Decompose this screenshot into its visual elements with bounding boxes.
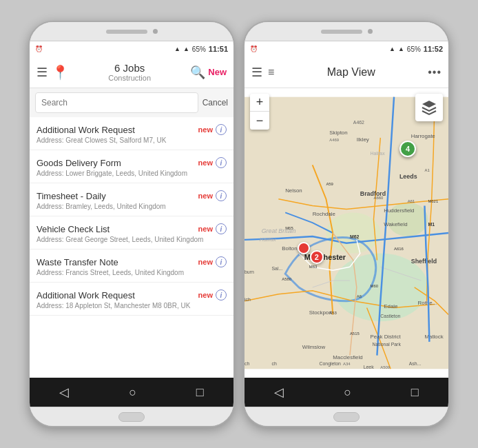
- phone-top-2: [245, 22, 448, 41]
- red-dot: [298, 242, 310, 254]
- svg-text:ich: ich: [245, 297, 251, 302]
- pin-icon-1[interactable]: 📍: [52, 64, 69, 81]
- cancel-button-1[interactable]: Cancel: [202, 98, 228, 108]
- svg-text:A1: A1: [424, 168, 429, 172]
- camera-2: [368, 29, 373, 34]
- job-item-header-5: Waste Transfer Note new i: [37, 256, 227, 267]
- status-bar-1: ⏰ ▲ ▲ 65% 11:51: [30, 41, 233, 57]
- svg-text:M1: M1: [428, 222, 435, 227]
- new-badge-3: new: [198, 192, 213, 200]
- svg-text:Nelson: Nelson: [285, 187, 302, 194]
- new-badge-6: new: [198, 291, 213, 299]
- layer-button[interactable]: [415, 94, 443, 121]
- status-battery-2: 65%: [407, 45, 421, 53]
- new-button[interactable]: New: [208, 67, 227, 77]
- svg-text:M60: M60: [371, 284, 379, 288]
- map-nav-bar: ☰ ≡ Map View •••: [245, 57, 448, 88]
- back-button-1[interactable]: ◁: [59, 385, 69, 400]
- status-time-1: 11:51: [209, 45, 228, 53]
- speaker-1: [106, 30, 147, 34]
- job-item-header-3: Timesheet - Daily new i: [37, 190, 227, 201]
- svg-text:Harrogate: Harrogate: [411, 133, 436, 139]
- status-signal-1: ▲: [174, 45, 180, 52]
- physical-home-1: [118, 412, 145, 422]
- svg-text:A580: A580: [282, 277, 292, 281]
- map-marker-green[interactable]: 4: [399, 141, 416, 157]
- svg-text:M621: M621: [428, 199, 438, 203]
- recent-button-1[interactable]: □: [196, 385, 204, 400]
- screen-2: ☰ ≡ Map View •••: [245, 57, 448, 407]
- svg-text:Wilmslow: Wilmslow: [302, 344, 326, 350]
- job-badge-3: new i: [198, 190, 227, 201]
- map-container[interactable]: M62 M63 M65 M60 A580 A6 A616 A53 A515 A5…: [245, 88, 448, 378]
- info-icon-3[interactable]: i: [216, 190, 227, 201]
- job-item-5[interactable]: Waste Transfer Note new i Address: Franc…: [30, 250, 233, 283]
- phone-bottom-1: [30, 407, 233, 426]
- svg-text:Rochdale: Rochdale: [313, 211, 336, 217]
- job-badge-6: new i: [198, 289, 227, 301]
- home-button-2[interactable]: ○: [344, 385, 351, 400]
- svg-text:A469: A469: [329, 138, 339, 142]
- job-title-1: Additional Work Request: [37, 125, 135, 135]
- job-item-4[interactable]: Vehicle Check List new i Address: Great …: [30, 216, 233, 250]
- job-item-1[interactable]: Additional Work Request new i Address: G…: [30, 117, 233, 150]
- zoom-in-button[interactable]: +: [250, 94, 269, 112]
- svg-text:burn: burn: [245, 269, 254, 274]
- job-item-header-2: Goods Delivery Form new i: [37, 157, 227, 168]
- svg-text:Great Britain: Great Britain: [262, 227, 296, 234]
- camera-1: [153, 29, 158, 34]
- map-svg: M62 M63 M65 M60 A580 A6 A616 A53 A515 A5…: [245, 88, 448, 378]
- more-icon[interactable]: •••: [428, 66, 441, 79]
- info-icon-2[interactable]: i: [216, 157, 227, 168]
- job-item-2[interactable]: Goods Delivery Form new i Address: Lower…: [30, 150, 233, 183]
- info-icon-6[interactable]: i: [216, 289, 227, 301]
- job-address-3: Address: Bramley, Leeds, United Kingdom: [37, 203, 227, 210]
- map-marker-red[interactable]: [298, 242, 310, 254]
- search-bar-1: Cancel: [30, 88, 233, 117]
- map-zoom-controls: + −: [250, 94, 269, 130]
- home-button-1[interactable]: ○: [129, 385, 136, 400]
- job-title-5: Waste Transfer Note: [37, 257, 118, 267]
- search-icon-1[interactable]: 🔍: [190, 65, 205, 80]
- svg-text:A61: A61: [408, 199, 415, 203]
- menu-icon-1[interactable]: ☰: [37, 65, 48, 80]
- new-badge-2: new: [198, 159, 213, 167]
- job-item-header-4: Vehicle Check List new i: [37, 223, 227, 234]
- info-icon-4[interactable]: i: [216, 223, 227, 234]
- svg-text:A509: A509: [380, 365, 390, 369]
- recent-button-2[interactable]: □: [411, 385, 419, 400]
- zoom-out-button[interactable]: −: [250, 112, 269, 130]
- search-input-1[interactable]: [35, 92, 198, 113]
- svg-text:Bolton: Bolton: [282, 245, 297, 252]
- svg-text:Peak District: Peak District: [371, 334, 402, 340]
- job-item-3[interactable]: Timesheet - Daily new i Address: Bramley…: [30, 183, 233, 216]
- phone-bottom-2: [245, 407, 448, 426]
- job-badge-5: new i: [198, 256, 227, 267]
- bottom-nav-1: ◁ ○ □: [30, 378, 233, 407]
- job-count-title: 6 Jobs: [69, 62, 190, 74]
- info-icon-5[interactable]: i: [216, 256, 227, 267]
- job-title-6: Additional Work Request: [37, 290, 135, 301]
- job-address-1: Address: Great Clowes St, Salford M7, UK: [37, 136, 227, 144]
- layers-icon: [421, 99, 437, 116]
- svg-text:Bradford: Bradford: [360, 190, 386, 197]
- svg-text:Wakefield: Wakefield: [384, 221, 407, 227]
- menu-icon-2[interactable]: ☰: [251, 65, 262, 80]
- svg-text:A515: A515: [350, 332, 360, 336]
- job-item-header-6: Additional Work Request new i: [37, 289, 227, 301]
- svg-text:M62: M62: [350, 234, 360, 239]
- bottom-nav-2: ◁ ○ □: [245, 378, 448, 407]
- list-icon-2[interactable]: ≡: [268, 66, 274, 79]
- job-address-6: Address: 18 Appleton St, Manchester M8 0…: [37, 302, 227, 309]
- status-signal-2: ▲: [389, 45, 395, 52]
- nav-bar-1: ☰ 📍 6 Jobs Construction 🔍 New: [30, 57, 233, 88]
- info-icon-1[interactable]: i: [216, 124, 227, 135]
- job-title-2: Goods Delivery Form: [37, 158, 121, 168]
- job-item-6[interactable]: Additional Work Request new i Address: 1…: [30, 283, 233, 316]
- job-address-2: Address: Lower Briggate, Leeds, United K…: [37, 170, 227, 177]
- job-title-4: Vehicle Check List: [37, 224, 110, 234]
- speaker-2: [321, 30, 362, 34]
- back-button-2[interactable]: ◁: [274, 385, 284, 400]
- svg-text:Huddersfield: Huddersfield: [384, 207, 414, 214]
- svg-text:A462: A462: [353, 120, 364, 125]
